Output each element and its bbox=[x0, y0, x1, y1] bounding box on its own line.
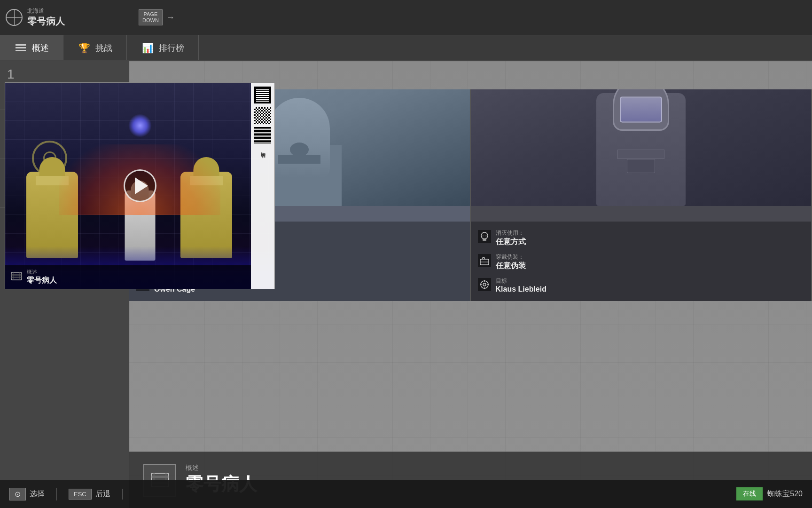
klaus-disguise-value: 任意伪装 bbox=[496, 261, 526, 271]
globe-icon bbox=[6, 9, 23, 26]
video-frame: 蜘蛛长节 概述 零号病人 bbox=[5, 83, 274, 289]
klaus-target-row: 目标 Klaus Liebleid bbox=[478, 274, 804, 296]
qr-vertical-text: 蜘蛛长节 bbox=[259, 148, 266, 150]
bottom-right: 在线 蜘蛛宝520 bbox=[736, 487, 803, 500]
svg-point-23 bbox=[482, 235, 484, 237]
nav-tabs: 概述 🏆 挑战 📊 排行榜 bbox=[0, 35, 812, 61]
bottom-bar: ⊙ 选择 ESC 后退 在线 蜘蛛宝520 bbox=[0, 480, 812, 508]
film-icon-small bbox=[11, 271, 22, 284]
klaus-card-info: 消灭使用： 任意方式 穿戴伪装： 任意伪装 bbox=[471, 222, 812, 301]
klaus-disguise: 穿戴伪装： 任意伪装 bbox=[478, 250, 804, 274]
location-info: 北海道 零号病人 bbox=[0, 0, 129, 35]
svg-point-24 bbox=[485, 235, 487, 237]
pagedown-button[interactable]: PAGEDOWN → bbox=[129, 9, 175, 25]
skull-icon-klaus bbox=[478, 230, 491, 243]
tab-challenge[interactable]: 🏆 挑战 bbox=[63, 35, 127, 60]
klaus-portrait-area bbox=[471, 89, 812, 206]
bottom-subtitle: 概述 bbox=[186, 464, 257, 472]
qr-panel: 蜘蛛长节 bbox=[251, 83, 274, 289]
klaus-kill-text: 消灭使用： 任意方式 bbox=[496, 229, 526, 247]
svg-rect-22 bbox=[483, 238, 486, 241]
play-button[interactable] bbox=[124, 169, 156, 202]
svg-point-28 bbox=[483, 283, 486, 286]
wheel-icon: ⊙ bbox=[15, 490, 21, 499]
video-label-text: 概述 零号病人 bbox=[27, 269, 57, 286]
qr-block bbox=[254, 127, 271, 144]
klaus-portrait bbox=[471, 89, 812, 206]
list-icon bbox=[14, 43, 27, 53]
target-card-klaus[interactable]: 消灭使用： 任意方式 穿戴伪装： 任意伪装 bbox=[471, 89, 812, 301]
select-action-label: 选择 bbox=[30, 489, 45, 499]
arrow-right-icon: → bbox=[166, 13, 175, 23]
klaus-target-name: Klaus Liebleid bbox=[496, 285, 547, 294]
pagedown-key: PAGEDOWN bbox=[139, 9, 163, 25]
klaus-disguise-text: 穿戴伪装： 任意伪装 bbox=[496, 253, 526, 271]
tab-overview[interactable]: 概述 bbox=[0, 35, 63, 60]
svg-point-27 bbox=[481, 281, 488, 288]
esc-key-label: ESC bbox=[74, 491, 86, 498]
crosshair-icon-klaus bbox=[478, 278, 491, 291]
back-action: ESC 后退 bbox=[69, 489, 123, 500]
play-triangle-icon bbox=[135, 177, 148, 194]
tab-challenge-label: 挑战 bbox=[95, 42, 112, 54]
video-label: 概述 零号病人 bbox=[5, 265, 251, 289]
video-label-sub: 概述 bbox=[27, 269, 57, 276]
select-action: ⊙ 选择 bbox=[9, 488, 57, 500]
svg-rect-42 bbox=[19, 272, 20, 280]
klaus-target-label: 目标 bbox=[496, 277, 547, 285]
wheel-key-badge: ⊙ bbox=[9, 488, 26, 500]
tab-leaderboard[interactable]: 📊 排行榜 bbox=[127, 35, 199, 60]
leaderboard-icon: 📊 bbox=[141, 43, 154, 53]
svg-rect-41 bbox=[13, 272, 14, 280]
qr-pattern bbox=[254, 107, 271, 124]
location-text: 北海道 零号病人 bbox=[27, 7, 65, 28]
section-number-1: 1 bbox=[0, 61, 129, 84]
location-region: 北海道 bbox=[27, 7, 65, 15]
top-bar: 北海道 零号病人 PAGEDOWN → bbox=[0, 0, 812, 35]
username-badge: 蜘蛛宝520 bbox=[767, 489, 803, 499]
klaus-kill-label: 消灭使用： bbox=[496, 229, 526, 237]
esc-key-badge: ESC bbox=[69, 489, 92, 500]
suitcase-icon-klaus bbox=[478, 254, 491, 267]
location-name: 零号病人 bbox=[27, 15, 65, 28]
klaus-kill-value: 任意方式 bbox=[496, 237, 526, 247]
online-status: 在线 bbox=[736, 487, 763, 500]
back-action-label: 后退 bbox=[95, 489, 110, 499]
tab-leaderboard-label: 排行榜 bbox=[159, 42, 184, 54]
trophy-icon: 🏆 bbox=[78, 43, 91, 53]
klaus-kill-method: 消灭使用： 任意方式 bbox=[478, 226, 804, 250]
qr-code bbox=[254, 87, 271, 103]
blue-light bbox=[128, 114, 152, 137]
klaus-disguise-label: 穿戴伪装： bbox=[496, 253, 526, 261]
video-overlay[interactable]: 蜘蛛长节 概述 零号病人 bbox=[5, 82, 275, 289]
klaus-target-text: 目标 Klaus Liebleid bbox=[496, 277, 547, 294]
video-label-title: 零号病人 bbox=[27, 276, 57, 286]
tab-overview-label: 概述 bbox=[32, 42, 49, 54]
